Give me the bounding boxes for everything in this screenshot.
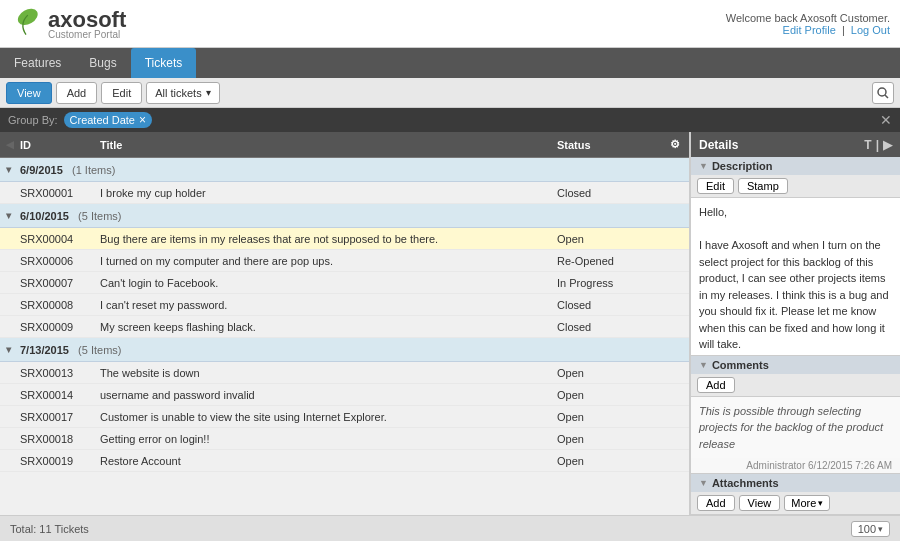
ticket-status: Open [551,433,661,445]
ticket-id: SRX00006 [14,255,94,267]
ticket-row[interactable]: SRX00013 The website is down Open [0,362,689,384]
attachments-section-header: Attachments [691,474,900,492]
all-tickets-dropdown[interactable]: All tickets [146,82,219,104]
groupby-tag[interactable]: Created Date × [64,112,152,128]
logo-area: axosoft Customer Portal [10,7,126,40]
ticket-title: I turned on my computer and there are po… [94,255,551,267]
svg-point-1 [878,88,886,96]
ticket-status: Re-Opened [551,255,661,267]
col-status-header: Status [551,139,661,151]
logo-icon [10,8,42,40]
footer-right: 100 [851,521,890,537]
details-panel: Details T | ▶ Description Edit Stamp Hel… [690,132,900,515]
group-row: ▾ 7/13/2015 (5 Items) [0,338,689,362]
ticket-id: SRX00001 [14,187,94,199]
per-page-value: 100 [858,523,876,535]
main-nav: Features Bugs Tickets [0,48,900,78]
svg-line-2 [885,95,888,98]
groupby-bar: Group By: Created Date × ✕ [0,108,900,132]
ticket-row[interactable]: SRX00017 Customer is unable to view the … [0,406,689,428]
col-title-header: Title [94,139,551,151]
groupby-tag-text: Created Date [70,114,135,126]
details-title: Details [699,138,738,152]
list-header: ◀ ID Title Status ⚙ [0,132,689,158]
main-area: ◀ ID Title Status ⚙ ▾ 6/9/2015 (1 Items)… [0,132,900,515]
ticket-id: SRX00008 [14,299,94,311]
ticket-row[interactable]: SRX00019 Restore Account Open [0,450,689,472]
ticket-row[interactable]: SRX00009 My screen keeps flashing black.… [0,316,689,338]
comments-toolbar: Add [691,374,900,397]
ticket-title: Getting error on login!! [94,433,551,445]
ticket-id: SRX00013 [14,367,94,379]
search-button[interactable] [872,82,894,104]
ticket-title: I can't reset my password. [94,299,551,311]
nav-features[interactable]: Features [0,48,75,78]
edit-button[interactable]: Edit [101,82,142,104]
ticket-row[interactable]: SRX00014 username and password invalid O… [0,384,689,406]
details-header-icons: T | ▶ [864,138,892,152]
group-row: ▾ 6/10/2015 (5 Items) [0,204,689,228]
ticket-status: Closed [551,187,661,199]
ticket-status: In Progress [551,277,661,289]
ticket-status: Closed [551,321,661,333]
description-section-header: Description [691,157,900,175]
ticket-title: My screen keeps flashing black. [94,321,551,333]
ticket-row[interactable]: SRX00008 I can't reset my password. Clos… [0,294,689,316]
add-button[interactable]: Add [56,82,98,104]
ticket-id: SRX00019 [14,455,94,467]
ticket-id: SRX00009 [14,321,94,333]
description-text: Hello, I have Axosoft and when I turn on… [691,198,900,354]
ticket-status: Open [551,367,661,379]
groupby-tag-remove[interactable]: × [139,113,146,127]
brand-subtitle: Customer Portal [48,29,126,40]
group-collapse-icon[interactable]: ▾ [0,210,14,221]
ticket-title: Bug there are items in my releases that … [94,233,551,245]
nav-bugs[interactable]: Bugs [75,48,130,78]
ticket-id: SRX00007 [14,277,94,289]
groupby-label: Group By: [8,114,58,126]
groupby-close-button[interactable]: ✕ [880,112,892,128]
attachments-section: Attachments Add View More [691,473,900,515]
edit-profile-link[interactable]: Edit Profile [783,24,836,36]
add-comment-button[interactable]: Add [697,377,735,393]
logout-link[interactable]: Log Out [851,24,890,36]
app-header: axosoft Customer Portal Welcome back Axo… [0,0,900,48]
comment-text: This is possible through selecting proje… [691,397,900,459]
ticket-status: Open [551,233,661,245]
details-icon-separator: | [876,138,879,152]
attach-add-button[interactable]: Add [697,495,735,511]
details-icon-t[interactable]: T [864,138,871,152]
ticket-title: Customer is unable to view the site usin… [94,411,551,423]
ticket-title: username and password invalid [94,389,551,401]
ticket-row[interactable]: SRX00007 Can't login to Facebook. In Pro… [0,272,689,294]
ticket-row[interactable]: SRX00018 Getting error on login!! Open [0,428,689,450]
nav-tickets[interactable]: Tickets [131,48,197,78]
comments-section-header: Comments [691,356,900,374]
description-stamp-button[interactable]: Stamp [738,178,788,194]
ticket-id: SRX00018 [14,433,94,445]
attach-view-button[interactable]: View [739,495,781,511]
ticket-title: I broke my cup holder [94,187,551,199]
ticket-id: SRX00017 [14,411,94,423]
group-collapse-icon[interactable]: ▾ [0,164,14,175]
ticket-row[interactable]: SRX00001 I broke my cup holder Closed [0,182,689,204]
group-date: 6/9/2015 (1 Items) [14,164,551,176]
ticket-status: Open [551,411,661,423]
comment-meta: Administrator 6/12/2015 7:26 AM [691,458,900,473]
ticket-status: Closed [551,299,661,311]
ticket-row[interactable]: SRX00004 Bug there are items in my relea… [0,228,689,250]
ticket-row[interactable]: SRX00006 I turned on my computer and the… [0,250,689,272]
details-icon-arrow[interactable]: ▶ [883,138,892,152]
list-toolbar: View Add Edit All tickets [0,78,900,108]
per-page-dropdown[interactable]: 100 [851,521,890,537]
view-button[interactable]: View [6,82,52,104]
ticket-id: SRX00014 [14,389,94,401]
attach-more-dropdown[interactable]: More [784,495,830,511]
ticket-list: ◀ ID Title Status ⚙ ▾ 6/9/2015 (1 Items)… [0,132,690,515]
col-settings-icon[interactable]: ⚙ [661,138,689,151]
group-collapse-icon[interactable]: ▾ [0,344,14,355]
description-edit-button[interactable]: Edit [697,178,734,194]
welcome-message: Welcome back Axosoft Customer. [726,12,890,24]
collapse-all-icon[interactable]: ◀ [0,139,14,150]
svg-point-0 [15,8,41,28]
